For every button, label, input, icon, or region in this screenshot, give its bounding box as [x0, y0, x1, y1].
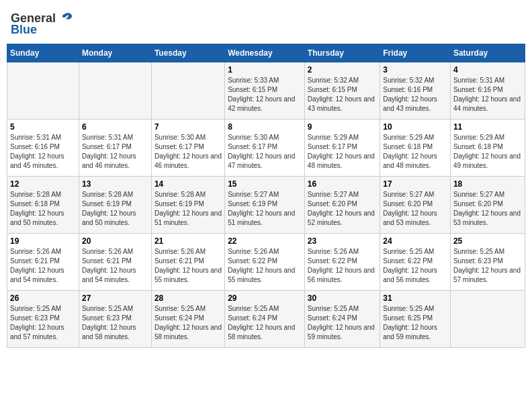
day-info: Sunrise: 5:26 AMSunset: 6:22 PMDaylight:… [228, 247, 302, 285]
day-info: Sunrise: 5:31 AMSunset: 6:16 PMDaylight:… [10, 133, 76, 171]
page-header: General Blue [7, 7, 525, 41]
calendar-cell: 8Sunrise: 5:30 AMSunset: 6:17 PMDaylight… [225, 120, 305, 177]
day-info: Sunrise: 5:31 AMSunset: 6:16 PMDaylight:… [453, 76, 522, 113]
day-info: Sunrise: 5:30 AMSunset: 6:17 PMDaylight:… [154, 133, 222, 171]
day-number: 1 [228, 65, 302, 75]
calendar-week-row: 1Sunrise: 5:33 AMSunset: 6:15 PMDaylight… [7, 62, 525, 120]
day-info: Sunrise: 5:26 AMSunset: 6:21 PMDaylight:… [154, 247, 222, 285]
day-info: Sunrise: 5:32 AMSunset: 6:15 PMDaylight:… [308, 76, 377, 113]
calendar-week-row: 26Sunrise: 5:25 AMSunset: 6:23 PMDayligh… [7, 291, 525, 348]
day-number: 26 [10, 293, 76, 303]
calendar-week-row: 12Sunrise: 5:28 AMSunset: 6:18 PMDayligh… [7, 177, 525, 234]
day-number: 21 [154, 236, 222, 246]
day-number: 23 [308, 236, 377, 246]
calendar-cell: 18Sunrise: 5:27 AMSunset: 6:20 PMDayligh… [450, 177, 525, 234]
calendar-cell: 13Sunrise: 5:28 AMSunset: 6:19 PMDayligh… [79, 177, 151, 234]
header-monday: Monday [79, 44, 151, 62]
calendar-cell: 26Sunrise: 5:25 AMSunset: 6:23 PMDayligh… [7, 291, 79, 348]
logo-blue-text: Blue [11, 23, 37, 37]
calendar-cell: 1Sunrise: 5:33 AMSunset: 6:15 PMDaylight… [225, 62, 305, 120]
calendar-cell: 24Sunrise: 5:25 AMSunset: 6:22 PMDayligh… [380, 234, 451, 291]
day-info: Sunrise: 5:25 AMSunset: 6:24 PMDaylight:… [308, 304, 377, 342]
day-info: Sunrise: 5:25 AMSunset: 6:25 PMDaylight:… [383, 304, 447, 342]
calendar-cell: 15Sunrise: 5:27 AMSunset: 6:19 PMDayligh… [225, 177, 305, 234]
calendar-cell [450, 291, 525, 348]
day-number: 19 [10, 236, 76, 246]
calendar-week-row: 19Sunrise: 5:26 AMSunset: 6:21 PMDayligh… [7, 234, 525, 291]
calendar-cell: 11Sunrise: 5:29 AMSunset: 6:18 PMDayligh… [450, 120, 525, 177]
day-number: 16 [308, 179, 377, 189]
calendar-cell: 12Sunrise: 5:28 AMSunset: 6:18 PMDayligh… [7, 177, 79, 234]
day-info: Sunrise: 5:30 AMSunset: 6:17 PMDaylight:… [228, 133, 302, 171]
calendar-cell: 22Sunrise: 5:26 AMSunset: 6:22 PMDayligh… [225, 234, 305, 291]
calendar-cell: 14Sunrise: 5:28 AMSunset: 6:19 PMDayligh… [151, 177, 224, 234]
day-number: 9 [308, 122, 377, 132]
day-info: Sunrise: 5:29 AMSunset: 6:18 PMDaylight:… [383, 133, 447, 171]
header-tuesday: Tuesday [151, 44, 224, 62]
header-sunday: Sunday [7, 44, 79, 62]
day-number: 14 [154, 179, 222, 189]
day-info: Sunrise: 5:27 AMSunset: 6:20 PMDaylight:… [308, 190, 377, 228]
header-friday: Friday [380, 44, 451, 62]
calendar-cell: 4Sunrise: 5:31 AMSunset: 6:16 PMDaylight… [450, 62, 525, 120]
day-info: Sunrise: 5:28 AMSunset: 6:19 PMDaylight:… [154, 190, 222, 228]
calendar-cell: 27Sunrise: 5:25 AMSunset: 6:23 PMDayligh… [79, 291, 151, 348]
day-info: Sunrise: 5:29 AMSunset: 6:17 PMDaylight:… [308, 133, 377, 171]
calendar-cell: 23Sunrise: 5:26 AMSunset: 6:22 PMDayligh… [304, 234, 380, 291]
calendar-cell: 28Sunrise: 5:25 AMSunset: 6:24 PMDayligh… [151, 291, 224, 348]
day-number: 24 [383, 236, 447, 246]
day-number: 2 [308, 65, 377, 75]
day-info: Sunrise: 5:32 AMSunset: 6:16 PMDaylight:… [383, 76, 447, 113]
day-info: Sunrise: 5:27 AMSunset: 6:19 PMDaylight:… [228, 190, 302, 228]
calendar-cell: 31Sunrise: 5:25 AMSunset: 6:25 PMDayligh… [380, 291, 451, 348]
day-number: 11 [453, 122, 522, 132]
calendar-cell: 9Sunrise: 5:29 AMSunset: 6:17 PMDaylight… [304, 120, 380, 177]
day-number: 30 [308, 293, 377, 303]
calendar-cell: 3Sunrise: 5:32 AMSunset: 6:16 PMDaylight… [380, 62, 451, 120]
day-info: Sunrise: 5:25 AMSunset: 6:22 PMDaylight:… [383, 247, 447, 285]
logo: General Blue [7, 7, 77, 41]
day-number: 10 [383, 122, 447, 132]
calendar-cell: 21Sunrise: 5:26 AMSunset: 6:21 PMDayligh… [151, 234, 224, 291]
day-number: 20 [82, 236, 148, 246]
calendar-cell: 20Sunrise: 5:26 AMSunset: 6:21 PMDayligh… [79, 234, 151, 291]
calendar-cell: 5Sunrise: 5:31 AMSunset: 6:16 PMDaylight… [7, 120, 79, 177]
day-info: Sunrise: 5:27 AMSunset: 6:20 PMDaylight:… [383, 190, 447, 228]
day-number: 25 [453, 236, 522, 246]
calendar-cell: 17Sunrise: 5:27 AMSunset: 6:20 PMDayligh… [380, 177, 451, 234]
day-number: 12 [10, 179, 76, 189]
day-info: Sunrise: 5:28 AMSunset: 6:18 PMDaylight:… [10, 190, 76, 228]
day-info: Sunrise: 5:26 AMSunset: 6:21 PMDaylight:… [82, 247, 148, 285]
calendar-cell: 2Sunrise: 5:32 AMSunset: 6:15 PMDaylight… [304, 62, 380, 120]
calendar-cell: 6Sunrise: 5:31 AMSunset: 6:17 PMDaylight… [79, 120, 151, 177]
day-info: Sunrise: 5:33 AMSunset: 6:15 PMDaylight:… [228, 76, 302, 113]
calendar-cell: 10Sunrise: 5:29 AMSunset: 6:18 PMDayligh… [380, 120, 451, 177]
day-info: Sunrise: 5:25 AMSunset: 6:23 PMDaylight:… [82, 304, 148, 342]
day-info: Sunrise: 5:26 AMSunset: 6:22 PMDaylight:… [308, 247, 377, 285]
header-saturday: Saturday [450, 44, 525, 62]
day-info: Sunrise: 5:29 AMSunset: 6:18 PMDaylight:… [453, 133, 522, 171]
header-wednesday: Wednesday [225, 44, 305, 62]
calendar-cell [7, 62, 79, 120]
day-number: 27 [82, 293, 148, 303]
calendar-cell: 29Sunrise: 5:25 AMSunset: 6:24 PMDayligh… [225, 291, 305, 348]
day-info: Sunrise: 5:25 AMSunset: 6:23 PMDaylight:… [10, 304, 76, 342]
day-info: Sunrise: 5:25 AMSunset: 6:23 PMDaylight:… [453, 247, 522, 285]
day-info: Sunrise: 5:25 AMSunset: 6:24 PMDaylight:… [228, 304, 302, 342]
day-number: 6 [82, 122, 148, 132]
logo-bird-icon [58, 11, 73, 26]
calendar-cell: 7Sunrise: 5:30 AMSunset: 6:17 PMDaylight… [151, 120, 224, 177]
day-info: Sunrise: 5:28 AMSunset: 6:19 PMDaylight:… [82, 190, 148, 228]
day-number: 7 [154, 122, 222, 132]
day-info: Sunrise: 5:27 AMSunset: 6:20 PMDaylight:… [453, 190, 522, 228]
day-number: 28 [154, 293, 222, 303]
calendar-header-row: SundayMondayTuesdayWednesdayThursdayFrid… [7, 44, 525, 62]
day-number: 5 [10, 122, 76, 132]
header-thursday: Thursday [304, 44, 380, 62]
day-number: 13 [82, 179, 148, 189]
calendar-cell [151, 62, 224, 120]
calendar-cell: 19Sunrise: 5:26 AMSunset: 6:21 PMDayligh… [7, 234, 79, 291]
calendar-table: SundayMondayTuesdayWednesdayThursdayFrid… [7, 44, 525, 348]
calendar-cell: 25Sunrise: 5:25 AMSunset: 6:23 PMDayligh… [450, 234, 525, 291]
day-info: Sunrise: 5:25 AMSunset: 6:24 PMDaylight:… [154, 304, 222, 342]
